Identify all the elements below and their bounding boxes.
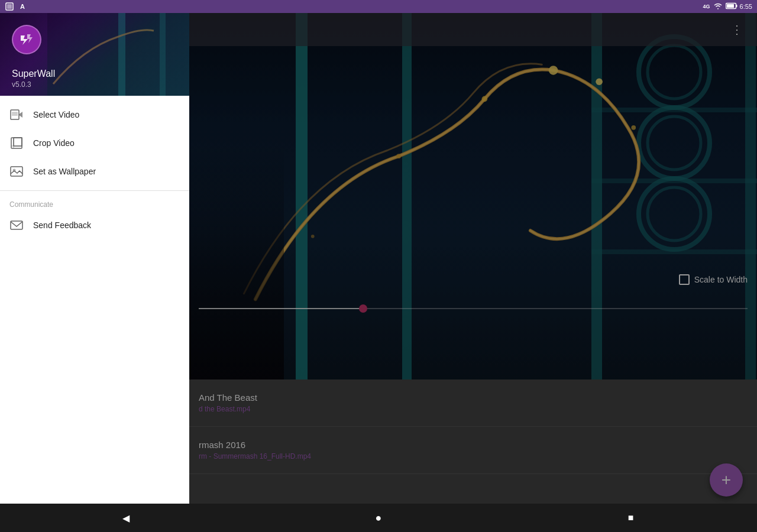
status-time: 6:55: [740, 3, 752, 10]
crop-icon: [9, 136, 24, 150]
drawer-section-communicate: Communicate: [0, 196, 189, 211]
svg-rect-4: [727, 4, 734, 8]
notification-icon-2: A: [18, 2, 27, 11]
video-icon: [9, 108, 24, 122]
navigation-drawer: SuperWall v5.0.3 Select Video: [0, 13, 189, 532]
drawer-item-crop-video[interactable]: Crop Video: [0, 129, 189, 157]
home-icon: ●: [376, 512, 382, 524]
status-bar: A 4G 6:55: [0, 0, 757, 13]
drawer-header: SuperWall v5.0.3: [0, 13, 189, 96]
signal-icon: 4G: [703, 4, 710, 9]
svg-rect-34: [11, 221, 22, 229]
drawer-app-name: SuperWall: [12, 69, 55, 79]
battery-icon: [726, 1, 737, 12]
crop-video-label: Crop Video: [33, 138, 75, 148]
svg-rect-31: [14, 138, 22, 146]
email-icon: [9, 218, 24, 232]
drawer-divider: [0, 190, 189, 191]
recents-button[interactable]: ■: [613, 506, 649, 530]
drawer-menu: Select Video Crop Video: [0, 96, 189, 532]
drawer-app-version: v5.0.3: [12, 80, 31, 89]
back-icon: ◀: [122, 512, 130, 524]
status-bar-right: 4G 6:55: [703, 1, 752, 12]
home-button[interactable]: ●: [361, 506, 396, 530]
select-video-label: Select Video: [33, 110, 79, 119]
svg-rect-28: [11, 138, 22, 148]
drawer-item-set-wallpaper[interactable]: Set as Wallpaper: [0, 157, 189, 186]
status-bar-left: A: [5, 2, 27, 11]
drawer-item-send-feedback[interactable]: Send Feedback: [0, 211, 189, 239]
wifi-icon: [714, 1, 722, 12]
send-feedback-label: Send Feedback: [33, 220, 91, 230]
wallpaper-icon: [9, 164, 24, 179]
navigation-bar: ◀ ● ■: [0, 504, 757, 532]
drawer-item-select-video[interactable]: Select Video: [0, 100, 189, 129]
set-wallpaper-label: Set as Wallpaper: [33, 167, 96, 176]
svg-rect-27: [12, 112, 18, 116]
svg-rect-23: [118, 13, 125, 96]
recents-icon: ■: [628, 512, 634, 523]
svg-rect-1: [7, 4, 12, 9]
back-button[interactable]: ◀: [108, 506, 144, 530]
notification-icon-1: [5, 2, 14, 11]
app-icon: [12, 25, 41, 54]
svg-rect-24: [160, 13, 166, 96]
svg-rect-3: [736, 5, 737, 7]
